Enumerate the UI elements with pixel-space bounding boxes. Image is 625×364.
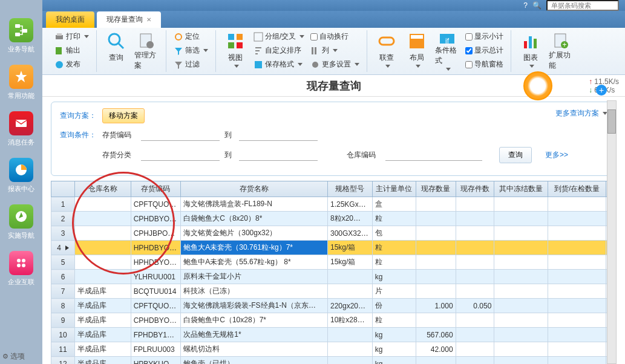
col-spec[interactable]: 规格型号 xyxy=(328,181,373,197)
cell-wh[interactable]: 半成品库 xyxy=(75,342,131,357)
data-grid[interactable]: 仓库名称 存货编码 存货名称 规格型号 主计量单位 现存数量 现存件数 其中冻结… xyxy=(51,181,617,364)
col-rownum[interactable] xyxy=(51,181,75,197)
help-icon[interactable]: ? xyxy=(523,1,528,10)
cell-spec[interactable]: 300GX32… xyxy=(328,226,373,241)
cell-pcs[interactable] xyxy=(456,284,494,299)
col-uom[interactable]: 主计量单位 xyxy=(372,181,416,197)
total-btn[interactable]: 显示总计 xyxy=(464,44,505,57)
cell-pcs[interactable] xyxy=(456,313,494,328)
cell-pcs[interactable] xyxy=(456,241,494,255)
cell-rownum[interactable]: 3 xyxy=(51,226,75,241)
cell-code[interactable]: CPHJBPO… xyxy=(131,226,181,241)
cell-wh[interactable] xyxy=(75,255,131,270)
cell-frz[interactable] xyxy=(494,255,548,270)
cell-rownum[interactable]: 1 xyxy=(51,197,75,212)
cell-pcs[interactable] xyxy=(456,226,494,241)
cell-wh[interactable] xyxy=(75,212,131,226)
cell-qty[interactable] xyxy=(416,313,456,328)
cell-name[interactable]: 鲍鱼大A未套壳（30.761粒-kg）7* xyxy=(181,241,328,255)
bottom-opt[interactable]: ⚙ 选项 xyxy=(2,351,25,362)
cell-wh[interactable] xyxy=(75,226,131,241)
cell-code[interactable]: FPLRUU003 xyxy=(131,342,181,357)
table-row[interactable]: 5HPHDBYO…鲍鱼中A未套壳（55.67粒-kg） 8*15kg/箱粒 xyxy=(51,255,617,270)
cell-qty[interactable] xyxy=(416,212,456,226)
moreset-btn[interactable]: 更多设置 xyxy=(309,58,361,71)
cell-qty[interactable] xyxy=(416,255,456,270)
col-name[interactable]: 存货名称 xyxy=(181,181,328,197)
cell-spec[interactable]: 220gx20… xyxy=(328,299,373,313)
cell-spec[interactable] xyxy=(328,328,373,342)
cell-wh[interactable]: 半成品库 xyxy=(75,284,131,299)
cell-code[interactable]: FPHDBY1… xyxy=(131,328,181,342)
nav-report[interactable]: 报表中心 xyxy=(0,158,42,193)
locate-btn[interactable]: 定位 xyxy=(172,30,209,43)
filter-btn[interactable]: 筛选 xyxy=(172,44,209,57)
cell-uom[interactable]: kg xyxy=(372,270,416,284)
table-row[interactable]: 8半成品库CPFTQUO…海文铭佛跳墙彩袋装-FS经典1-N（京东…220gx2… xyxy=(51,299,617,313)
cell-code[interactable]: CPHDBYO… xyxy=(131,212,181,226)
cell-frz[interactable] xyxy=(494,212,548,226)
cell-frz[interactable] xyxy=(494,197,548,212)
wrap-btn[interactable]: 自动换行 xyxy=(309,30,361,43)
cell-name[interactable]: 鲍鱼壳（已烘） xyxy=(181,357,328,365)
nav-common[interactable]: 常用功能 xyxy=(0,65,42,100)
cell-arr[interactable] xyxy=(548,342,606,357)
cell-pcs[interactable] xyxy=(456,255,494,270)
table-row[interactable]: 2CPHDBYO…白袋鲍鱼大C（8x20）8*8粒x20…粒 xyxy=(51,212,617,226)
cell-pcs[interactable] xyxy=(456,342,494,357)
cell-uom[interactable]: 粒 xyxy=(372,212,416,226)
cell-name[interactable]: 科技冰（已冻） xyxy=(181,284,328,299)
cell-uom[interactable]: kg xyxy=(372,342,416,357)
cell-code[interactable]: CPFTQUO… xyxy=(131,197,181,212)
cell-name[interactable]: 螺机切边料 xyxy=(181,342,328,357)
cell-name[interactable]: 原料未干金茸小片 xyxy=(181,270,328,284)
sort-btn[interactable]: 自定义排序 xyxy=(252,44,306,57)
cell-spec[interactable]: 10粒x28… xyxy=(328,313,373,328)
cell-qty[interactable] xyxy=(416,357,456,365)
sub-cb[interactable] xyxy=(465,33,473,41)
cell-wh[interactable]: 半成品库 xyxy=(75,313,131,328)
plus-button[interactable]: + xyxy=(596,85,607,96)
cell-code[interactable]: HPHDBYO… xyxy=(131,241,181,255)
cell-rownum[interactable]: 8 xyxy=(51,299,75,313)
navpane-btn[interactable]: 导航窗格 xyxy=(464,58,505,71)
cell-spec[interactable] xyxy=(328,342,373,357)
ext-btn[interactable]: +扩展功能 xyxy=(548,30,574,72)
table-row[interactable]: 10半成品库FPHDBY1…次品鲍鱼无规格1*kg567.060 xyxy=(51,328,617,342)
cell-code[interactable]: CPFTQUO… xyxy=(131,299,181,313)
scroll-thumb[interactable] xyxy=(607,109,616,134)
cell-code[interactable]: HPHDBYO… xyxy=(131,255,181,270)
cell-code[interactable]: CPHDBYO… xyxy=(131,313,181,328)
cell-uom[interactable]: kg xyxy=(372,357,416,365)
cell-name[interactable]: 海文铭黄金鲍片（300gx32） xyxy=(181,226,328,241)
print-btn[interactable]: 打印 xyxy=(53,30,90,43)
cell-frz[interactable] xyxy=(494,328,548,342)
publish-btn[interactable]: 发布 xyxy=(53,58,90,71)
nav-biz[interactable]: 业务导航 xyxy=(0,18,42,54)
cell-arr[interactable] xyxy=(548,197,606,212)
link-btn[interactable]: 联查 xyxy=(373,30,400,72)
col-btn[interactable]: 列 xyxy=(309,44,361,57)
cat-from[interactable] xyxy=(141,149,220,161)
cell-rownum[interactable]: 4 xyxy=(51,241,75,255)
cell-spec[interactable] xyxy=(328,357,373,365)
tab-stock-query[interactable]: 现存量查询✕ xyxy=(97,11,161,28)
wh-input[interactable] xyxy=(385,149,482,161)
cell-rownum[interactable]: 10 xyxy=(51,328,75,342)
nav-cb[interactable] xyxy=(465,61,473,68)
cell-uom[interactable]: 粒 xyxy=(372,255,416,270)
table-row[interactable]: 3CPHJBPO…海文铭黄金鲍片（300gx32）300GX32…包 xyxy=(51,226,617,241)
barcode-search[interactable] xyxy=(546,0,619,11)
layout-btn[interactable]: 布局 xyxy=(404,30,430,72)
cell-frz[interactable] xyxy=(494,270,548,284)
cell-name[interactable]: 鲍鱼中A未套壳（55.67粒-kg） 8* xyxy=(181,255,328,270)
cell-uom[interactable]: 片 xyxy=(372,284,416,299)
cell-wh[interactable] xyxy=(75,197,131,212)
cell-rownum[interactable]: 7 xyxy=(51,284,75,299)
cell-qty[interactable]: 567.060 xyxy=(416,328,456,342)
cell-qty[interactable]: 42.000 xyxy=(416,342,456,357)
cell-arr[interactable] xyxy=(548,328,606,342)
tot-cb[interactable] xyxy=(465,47,473,54)
cell-arr[interactable] xyxy=(548,313,606,328)
group-btn[interactable]: 分组/交叉 xyxy=(252,30,306,43)
